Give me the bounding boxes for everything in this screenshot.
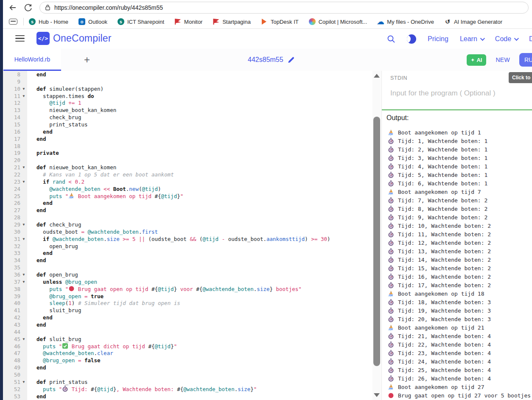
bookmark-item[interactable]: TopDesk IT (261, 18, 299, 25)
fold-caret-icon[interactable]: ▼ (20, 87, 27, 91)
stdin-input[interactable] (390, 87, 522, 100)
fold-caret-icon[interactable]: ▼ (20, 223, 27, 227)
run-button[interactable]: RU (519, 53, 532, 67)
address-bar[interactable]: https://onecompiler.com/ruby/442s85m55 (39, 2, 529, 14)
search-icon[interactable] (387, 35, 395, 43)
stdin-tooltip[interactable]: Click to cha (509, 72, 532, 83)
code-line[interactable]: 39 @brug_open = true (3, 293, 372, 300)
code-line[interactable]: 36▼ def open_brug (3, 271, 372, 278)
code-line[interactable]: 21▼ def nieuwe_boot_kan_komen (3, 164, 372, 171)
nav-item-pricing[interactable]: Pricing (428, 35, 448, 43)
code-token: @wachtende_boten (183, 386, 234, 392)
code-token: rand (53, 179, 65, 185)
code-line[interactable]: 17 end (3, 135, 372, 143)
fold-caret-icon[interactable]: ▼ (20, 280, 27, 284)
code-line[interactable]: 22 # Kans van 1 op 5 dat er een boot aan… (3, 171, 372, 178)
timer-icon (388, 248, 394, 255)
bookmark-item[interactable]: AI Image Generator (444, 18, 502, 25)
code-line[interactable]: 32 open_brug (3, 243, 372, 250)
code-line[interactable]: 24 @wachtende_boten << Boot.new(@tijd) (3, 185, 372, 193)
bookmark-item[interactable]: Hub - Home (29, 18, 68, 25)
code-line[interactable]: 12 @tijd += 1 (3, 99, 372, 106)
code-line[interactable]: 34 end (3, 257, 372, 264)
onecompiler-logo[interactable]: </> OneCompiler (36, 32, 112, 45)
code-line[interactable]: 18 (3, 143, 372, 150)
code-line[interactable]: 38 puts " Brug gaat open op tijd #{@tijd… (3, 285, 372, 293)
edit-pencil-icon[interactable] (288, 56, 295, 64)
code-line[interactable]: 28 (3, 214, 372, 221)
lock-icon (45, 4, 50, 11)
code-line[interactable]: 10▼ def simuleer(stappen) (3, 85, 372, 92)
scrollbar-thumb[interactable] (373, 117, 380, 366)
code-line[interactable]: 51▼ def print_status (3, 378, 372, 386)
code-line[interactable]: 25 puts " Boot aangekomen op tijd #{@tij… (3, 193, 372, 200)
code-line[interactable]: 41 sluit_brug (3, 307, 372, 314)
code-line[interactable]: 43 end (3, 321, 372, 328)
ai-button[interactable]: ✦ AI (467, 54, 486, 66)
code-line[interactable]: 44 (3, 328, 372, 336)
fold-caret-icon[interactable]: ▼ (20, 180, 27, 184)
code-line[interactable]: 20 (3, 157, 372, 164)
bookmark-item[interactable]: Monitor (174, 18, 202, 25)
code-line[interactable]: 52 puts " Tijd: #{@tijd}, Wachtende bote… (3, 386, 372, 393)
bookmark-item[interactable]: Outlook (78, 18, 107, 25)
code-line[interactable]: 9 (3, 78, 372, 85)
fold-caret-icon[interactable]: ▼ (20, 94, 27, 98)
code-line[interactable]: 33 end (3, 249, 372, 257)
code-line[interactable]: 35 (3, 264, 372, 271)
fold-caret-icon[interactable]: ▼ (20, 165, 27, 169)
code-line[interactable]: 27 end (3, 207, 372, 214)
code-line[interactable]: 37▼ unless @brug_open (3, 278, 372, 285)
code-line[interactable]: 42 end (3, 314, 372, 321)
code-token: 1 (68, 300, 72, 306)
nav-item-learn[interactable]: Learn (460, 35, 484, 43)
code-line[interactable]: 53 end (3, 393, 372, 400)
scroll-up-arrow-icon[interactable] (374, 74, 380, 78)
back-button[interactable] (6, 1, 19, 14)
sidebar-toggle-icon[interactable] (9, 19, 17, 25)
nav-item-code[interactable]: Code (495, 35, 518, 43)
nav-item-depl[interactable]: Depl (529, 35, 532, 43)
bookmark-item[interactable]: My files - OneDrive (377, 18, 434, 25)
code-line[interactable]: 14 check_brug (3, 114, 372, 121)
code-line[interactable]: 40 sleep(1) # Simuleer tijd dat brug ope… (3, 300, 372, 307)
code-token: @wachtende_boten (43, 350, 94, 356)
fold-caret-icon[interactable]: ▼ (20, 337, 27, 341)
bookmark-item[interactable]: ICT Sharepoint (118, 18, 164, 25)
menu-button[interactable] (15, 35, 25, 42)
code-line[interactable]: 31▼ if @wachtende_boten.size >= 5 || (ou… (3, 235, 372, 243)
fold-caret-icon[interactable]: ▼ (20, 380, 27, 384)
code-token: aankomsttijd (266, 236, 305, 242)
code-line[interactable]: 26 end (3, 199, 372, 207)
code-line[interactable]: 50 (3, 371, 372, 378)
tab-helloworld-rb[interactable]: HelloWorld.rb (3, 49, 61, 71)
code-line[interactable]: 48 @brug_open = false (3, 357, 372, 364)
scroll-down-arrow-icon[interactable] (374, 393, 380, 397)
code-line[interactable]: 30 oudste_boot = @wachtende_boten.first (3, 228, 372, 235)
code-line[interactable]: 49 end (3, 364, 372, 371)
theme-toggle-icon[interactable] (407, 34, 416, 44)
line-number: 30 (3, 229, 20, 235)
code-line[interactable]: 13 nieuwe_boot_kan_komen (3, 106, 372, 114)
fold-caret-icon[interactable]: ▼ (20, 273, 27, 277)
fold-caret-icon[interactable]: ▼ (20, 237, 27, 241)
bookmark-item[interactable]: Copilot | Microsoft... (309, 18, 367, 25)
code-line[interactable]: 19 private (3, 149, 372, 157)
code-line[interactable]: 46 puts " Brug gaat dicht op tijd #{@tij… (3, 343, 372, 350)
code-editor[interactable]: 8 end910▼ def simuleer(stappen)11▼ stapp… (3, 71, 372, 400)
editor-scrollbar[interactable] (372, 71, 381, 400)
code-line[interactable]: 45▼ def sluit_brug (3, 336, 372, 343)
new-button[interactable]: NEW (496, 56, 510, 63)
code-line[interactable]: 29▼ def check_brug (3, 221, 372, 228)
code-token: ) (327, 236, 330, 242)
code-line[interactable]: 16 end (3, 128, 372, 135)
code-text: if @wachtende_boten.size >= 5 || (oudste… (27, 236, 330, 242)
bookmark-item[interactable]: Startpagina (213, 18, 251, 25)
refresh-button[interactable] (22, 1, 34, 14)
code-line[interactable]: 15 print_status (3, 121, 372, 128)
code-line[interactable]: 11▼ stappen.times do (3, 92, 372, 100)
code-line[interactable]: 23▼ if rand < 0.2 (3, 178, 372, 185)
code-line[interactable]: 47 @wachtende_boten.clear (3, 350, 372, 357)
new-tab-button[interactable]: + (80, 53, 94, 67)
code-line[interactable]: 8 end (3, 71, 372, 78)
